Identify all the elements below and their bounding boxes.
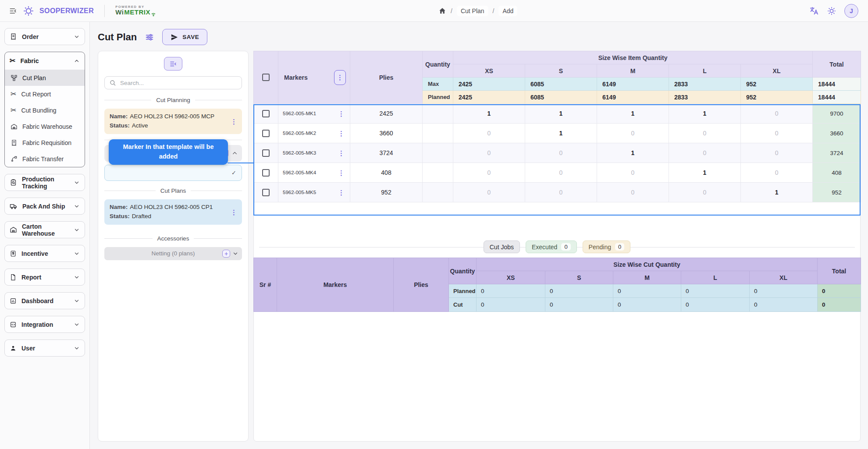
warehouse-icon bbox=[11, 123, 18, 130]
sidebar-item-production-tracking[interactable]: Production Tracking bbox=[4, 174, 85, 191]
select-all-checkbox[interactable] bbox=[262, 74, 270, 81]
translate-icon[interactable] bbox=[809, 6, 819, 16]
home-icon[interactable] bbox=[438, 7, 446, 15]
cut-planning-card[interactable]: Name:AEO HOL23 CH 5962-005 MCP Status:Ac… bbox=[104, 109, 242, 134]
more-icon[interactable]: ⋮ bbox=[338, 110, 345, 117]
qty-xl[interactable]: 0 bbox=[741, 143, 813, 163]
panel-collapse-button[interactable] bbox=[164, 57, 182, 71]
plies-value[interactable]: 952 bbox=[350, 183, 423, 202]
markers-menu-button[interactable]: ⋮ bbox=[334, 70, 346, 85]
qty-xl[interactable]: 0 bbox=[741, 163, 813, 183]
sidebar-item-fabric-transfer[interactable]: Fabric Transfer bbox=[5, 151, 85, 167]
cut-planning-divider: Cut Planning bbox=[104, 97, 242, 103]
row-checkbox[interactable] bbox=[262, 110, 270, 117]
qty-s[interactable]: 0 bbox=[525, 143, 597, 163]
sidebar-item-cut-bundling[interactable]: ✂ Cut Bundling bbox=[5, 102, 85, 118]
more-icon[interactable]: ⋮ bbox=[338, 189, 345, 196]
incentive-icon bbox=[10, 250, 17, 257]
row-checkbox[interactable] bbox=[262, 189, 270, 196]
chevron-up-icon[interactable] bbox=[231, 150, 238, 156]
qty-xs[interactable]: 1 bbox=[453, 104, 525, 124]
cut-jobs-chip[interactable]: Cut Jobs bbox=[484, 240, 520, 253]
planned-l: 0 bbox=[681, 284, 750, 298]
qty-xs[interactable]: 0 bbox=[453, 143, 525, 163]
qty-s[interactable]: 1 bbox=[525, 104, 597, 124]
more-icon[interactable]: ⋮ bbox=[231, 118, 237, 124]
qty-s[interactable]: 0 bbox=[525, 163, 597, 183]
more-icon[interactable]: ⋮ bbox=[338, 170, 345, 176]
qty-xs[interactable]: 0 bbox=[453, 163, 525, 183]
qty-m[interactable]: 1 bbox=[597, 143, 669, 163]
select-all-cell bbox=[254, 51, 278, 104]
sidebar-collapse-button[interactable] bbox=[9, 7, 18, 15]
cut-m: 0 bbox=[613, 298, 681, 312]
qty-m[interactable]: 0 bbox=[597, 163, 669, 183]
sidebar-item-report[interactable]: Report bbox=[4, 269, 85, 286]
sidebar-item-carton-warehouse[interactable]: Carton Warehouse bbox=[4, 221, 85, 238]
more-icon[interactable]: ⋮ bbox=[338, 150, 345, 156]
qty-l[interactable]: 0 bbox=[669, 143, 741, 163]
warehouse-icon bbox=[10, 226, 17, 233]
plies-value[interactable]: 3724 bbox=[350, 143, 423, 163]
qty-xs[interactable]: 0 bbox=[453, 183, 525, 202]
plies-value[interactable]: 2425 bbox=[350, 104, 423, 124]
qty-l[interactable]: 0 bbox=[669, 124, 741, 143]
save-button[interactable]: SAVE bbox=[162, 29, 207, 45]
plies-value[interactable]: 3660 bbox=[350, 124, 423, 143]
sidebar-item-cut-report[interactable]: ✂ Cut Report bbox=[5, 86, 85, 102]
chevron-down-icon[interactable] bbox=[232, 251, 238, 257]
pending-chip[interactable]: Pending0 bbox=[583, 240, 631, 253]
sidebar-item-incentive[interactable]: Incentive bbox=[4, 245, 85, 262]
sidebar-item-order[interactable]: Order bbox=[4, 28, 85, 45]
row-checkbox[interactable] bbox=[262, 130, 270, 137]
qty-s[interactable]: 1 bbox=[525, 124, 597, 143]
row-checkbox[interactable] bbox=[262, 169, 270, 177]
template-dropdown[interactable]: ✓ bbox=[104, 165, 242, 181]
row-checkbox[interactable] bbox=[262, 149, 270, 157]
qty-l[interactable]: 1 bbox=[669, 163, 741, 183]
sidebar-item-fabric[interactable]: ✂ Fabric bbox=[5, 52, 85, 70]
tracking-icon bbox=[10, 179, 17, 186]
more-icon[interactable]: ⋮ bbox=[338, 130, 345, 137]
sidebar: Order ✂ Fabric Cut Plan ✂ Cut Rep bbox=[0, 22, 90, 449]
topbar-right: J bbox=[809, 0, 858, 22]
tooltip-connector bbox=[228, 163, 254, 163]
chevron-down-icon bbox=[74, 34, 80, 40]
sidebar-item-integration[interactable]: Integration bbox=[4, 316, 85, 333]
marker-name: 5962-005-MK4 bbox=[283, 170, 316, 175]
qty-m[interactable]: 0 bbox=[597, 124, 669, 143]
planned-label: Planned bbox=[423, 91, 453, 104]
search-input[interactable] bbox=[120, 80, 237, 86]
qty-xl[interactable]: 0 bbox=[741, 104, 813, 124]
plies-value[interactable]: 408 bbox=[350, 163, 423, 183]
qty-m[interactable]: 1 bbox=[597, 104, 669, 124]
sidebar-item-cut-plan[interactable]: Cut Plan bbox=[5, 70, 85, 86]
cut-plan-card[interactable]: Name:AEO HOL23 CH 5962-005 CP1 Status:Dr… bbox=[104, 199, 242, 225]
row-total: 952 bbox=[813, 183, 861, 202]
theme-light-icon[interactable] bbox=[827, 6, 836, 16]
qty-xs[interactable]: 0 bbox=[453, 124, 525, 143]
avatar[interactable]: J bbox=[844, 4, 858, 18]
more-icon[interactable]: ⋮ bbox=[231, 209, 237, 215]
tooltip-text: added bbox=[159, 152, 178, 162]
sidebar-item-user[interactable]: User bbox=[4, 339, 85, 357]
qty-xl[interactable]: 1 bbox=[741, 183, 813, 202]
qty-s[interactable]: 0 bbox=[525, 183, 597, 202]
sidebar-item-fabric-warehouse[interactable]: Fabric Warehouse bbox=[5, 118, 85, 134]
sidebar-item-label: Fabric bbox=[20, 57, 39, 64]
sidebar-item-fabric-requisition[interactable]: Fabric Requisition bbox=[5, 134, 85, 151]
netting-section[interactable]: Netting (0 plans) + bbox=[104, 247, 242, 260]
planned-total: 18444 bbox=[813, 91, 861, 104]
qty-l[interactable]: 0 bbox=[669, 183, 741, 202]
sidebar-item-dashboard[interactable]: Dashboard bbox=[4, 292, 85, 309]
qty-xl[interactable]: 0 bbox=[741, 124, 813, 143]
qty-l[interactable]: 1 bbox=[669, 104, 741, 124]
qty-m[interactable]: 0 bbox=[597, 183, 669, 202]
breadcrumb-add[interactable]: Add bbox=[498, 6, 517, 16]
executed-chip[interactable]: Executed0 bbox=[526, 240, 577, 253]
sidebar-item-label: Fabric Requisition bbox=[22, 139, 71, 146]
sidebar-item-pack-and-ship[interactable]: Pack And Ship bbox=[4, 198, 85, 215]
filter-tune-icon[interactable] bbox=[145, 32, 154, 42]
plus-icon[interactable]: + bbox=[222, 250, 230, 258]
breadcrumb-cut-plan[interactable]: Cut Plan bbox=[457, 6, 488, 16]
